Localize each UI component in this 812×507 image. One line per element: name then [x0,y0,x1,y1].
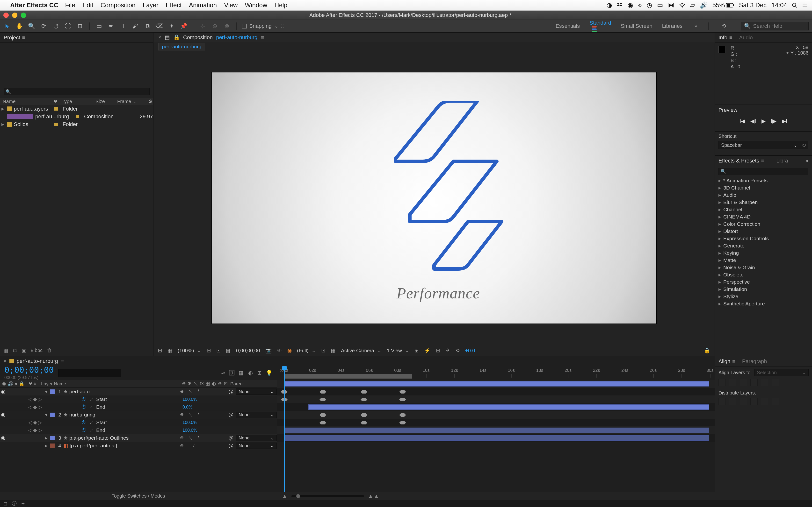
comp-tab-close-icon[interactable]: × [158,34,161,41]
trash-icon[interactable]: 🗑 [47,348,52,353]
dist-bottom-icon[interactable] [740,398,747,405]
flowchart-view-icon[interactable]: ⚘ [445,348,450,353]
timeline-property[interactable]: ◁◆▷ ⏱ ⟋ End 0.0% [0,403,277,411]
magnify-icon[interactable]: ⊞ [158,348,162,353]
dist-left-icon[interactable] [750,398,758,405]
tl-graph-icon[interactable]: ⊞ [257,370,261,376]
transparency-icon[interactable]: ▦ [226,348,231,353]
status-clock-icon[interactable]: ◷ [647,1,652,9]
status-volume-icon[interactable]: 🔊 [700,1,708,9]
status-battery[interactable]: 55% [712,1,734,9]
fx-overflow-icon[interactable]: » [806,158,808,164]
world-axis-icon[interactable]: ⊕ [211,22,219,30]
puppet-tool-icon[interactable]: 📌 [180,22,188,30]
snapping-toggle[interactable]: Snapping ⌄ ⸬ [242,23,285,29]
resolution-dropdown[interactable]: (Full) [297,348,316,353]
pickwhip-icon[interactable]: @ [229,412,234,418]
roto-tool-icon[interactable]: ✦ [167,22,176,30]
shortcut-select[interactable]: Spacebar⌄ ⟲ [718,141,808,149]
prev-frame-icon[interactable]: ◀I [750,118,756,124]
pan-behind-tool-icon[interactable]: ⊡ [76,22,84,30]
tl-frame-blend-icon[interactable]: ▦ [239,370,244,376]
align-left-icon[interactable] [718,379,726,386]
timeline-zoom[interactable]: ▲ ▲▲ [277,492,715,500]
status-spotlight-icon[interactable] [792,3,797,8]
work-area-bar[interactable] [284,374,412,379]
new-folder-icon[interactable]: 🗀 [12,348,17,353]
type-tool-icon[interactable]: T [119,22,128,30]
roi-crop-icon[interactable]: ⊡ [321,348,325,353]
res-down-icon[interactable]: ⊟ [207,348,211,353]
pickwhip-icon[interactable]: @ [229,435,234,441]
channel-icon[interactable]: ◉ [287,348,292,353]
align-hcenter-icon[interactable] [729,379,737,386]
clone-tool-icon[interactable]: ⧉ [143,22,152,30]
exposure-value[interactable]: +0.0 [465,348,475,353]
fx-item[interactable]: ▸Distort [717,228,809,235]
comp-breadcrumb[interactable]: perf-auto-nurburg [158,43,205,50]
timeline-layer[interactable]: ◉ ▸3 ★p.a-perf/perf-auto Outlines ⊕＼/ @N… [0,434,277,442]
status-bluetooth-icon[interactable]: ⧓ [668,1,674,9]
eraser-tool-icon[interactable]: ⌫ [155,22,164,30]
fx-item[interactable]: ▸Expression Controls [717,235,809,242]
align-tab[interactable]: Align ≡ [718,358,735,364]
roi-icon[interactable]: ⊡ [216,348,221,353]
fx-item[interactable]: ▸Matte [717,257,809,264]
timeline-ruler[interactable]: :00s02s04s06s08s10s12s14s16s18s20s22s24s… [277,366,715,380]
timeline-layer[interactable]: ▸4 ◧[p.a-perf/perf-auto.ai] ⊕/ @None⌄ [0,442,277,450]
toggle-transparency-icon[interactable]: ▦ [331,348,336,353]
last-frame-icon[interactable]: ▶I [782,118,788,124]
orbit-tool-icon[interactable]: ⟳ [40,22,48,30]
menu-window[interactable]: Window [245,1,267,9]
timeline-icon[interactable]: ⊟ [436,348,440,353]
views-dropdown[interactable]: 1 View [387,348,409,353]
tl-shy-icon[interactable]: ⤻ [220,370,225,376]
status-unity-icon[interactable]: ⟐ [638,1,642,9]
fx-item[interactable]: ▸Noise & Grain [717,264,809,271]
timeline-timecode[interactable]: 0;00;00;00 [4,366,54,375]
project-row[interactable]: ▸ Solids Folder [0,120,153,128]
play-icon[interactable]: ▶ [761,118,766,124]
fx-item[interactable]: ▸Perspective [717,278,809,286]
camera-tool-icon[interactable]: ⛶ [64,22,72,30]
zoom-tool-icon[interactable]: 🔍 [28,22,36,30]
comp-tab-name[interactable]: perf-auto-nurburg [216,34,257,41]
status-wifi-icon[interactable] [679,3,686,8]
dist-vcenter-icon[interactable] [729,398,737,405]
new-comp-icon[interactable]: ▣ [22,348,27,353]
hand-tool-icon[interactable]: ✋ [15,22,24,30]
ws-standard[interactable]: Standard [590,20,611,32]
info-icon[interactable]: ⓘ [12,500,17,507]
timeline-toggle-switches[interactable]: Toggle Switches / Modes [0,492,277,500]
menu-edit[interactable]: Edit [83,1,93,9]
lock-icon[interactable]: 🔒 [704,348,710,353]
pickwhip-icon[interactable]: @ [229,443,234,449]
dist-top-icon[interactable] [718,398,726,405]
show-snapshot-icon[interactable]: 👁 [277,348,282,353]
render-queue-icon[interactable]: ⊟ [3,501,7,507]
status-dropbox-icon[interactable] [617,2,623,8]
fast-preview-icon[interactable]: ⚡ [424,348,430,353]
tl-tab-close-icon[interactable]: × [3,358,6,364]
fx-item[interactable]: ▸Audio [717,191,809,199]
status-notification-icon[interactable]: ☰ [802,1,808,9]
fx-item[interactable]: ▸Stylize [717,293,809,300]
pixel-aspect-icon[interactable]: ⊞ [414,348,419,353]
menu-layer[interactable]: Layer [143,1,158,9]
align-right-icon[interactable] [740,379,747,386]
status-backup-icon[interactable]: ◑ [607,1,612,9]
status-cc-icon[interactable]: ◉ [627,1,633,9]
fx-item[interactable]: ▸Color Correction [717,220,809,228]
timeline-property[interactable]: ◁◆▷ ⏱ ⟋ Start 100.0% [0,418,277,427]
status-date[interactable]: Sat 3 Dec [739,1,767,9]
menu-effect[interactable]: Effect [166,1,182,9]
align-vcenter-icon[interactable] [761,379,768,386]
brush-tool-icon[interactable]: 🖌 [131,22,140,30]
close-icon[interactable] [3,12,9,18]
local-axis-icon[interactable]: ⊹ [199,22,207,30]
bpc-toggle[interactable]: 8 bpc [31,348,43,353]
zoom-in-icon[interactable]: ▲▲ [368,493,379,500]
ws-essentials[interactable]: Essentials [556,23,580,29]
timeline-property[interactable]: ◁◆▷ ⏱ ⟋ Start 100.0% [0,395,277,403]
parent-dropdown[interactable]: None⌄ [236,443,277,449]
